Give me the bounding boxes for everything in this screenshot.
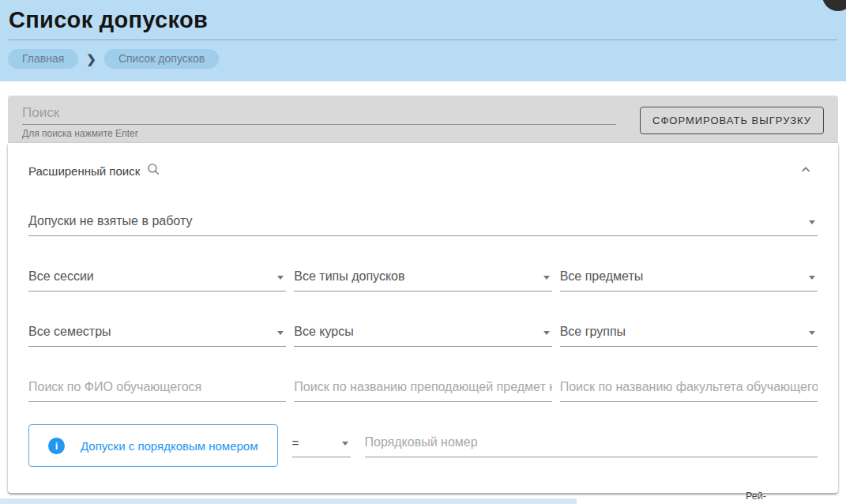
page-header: Список допусков Главная ❯ Список допуско… xyxy=(0,0,846,81)
export-button[interactable]: СФОРМИРОВАТЬ ВЫГРУЗКУ xyxy=(640,107,824,134)
groups-select[interactable]: Все группы xyxy=(560,325,818,347)
sessions-select[interactable]: Все сессии xyxy=(28,269,286,291)
dropdown-arrow-icon xyxy=(809,331,815,335)
dropdown-arrow-icon xyxy=(342,442,348,446)
operator-select[interactable]: = xyxy=(292,436,351,457)
dropdown-arrow-icon xyxy=(277,331,284,335)
breadcrumb-item-home[interactable]: Главная xyxy=(8,49,78,69)
dropdown-arrow-icon xyxy=(277,276,284,280)
status-filter-select[interactable]: Допуски не взятые в работу xyxy=(28,214,818,236)
department-name-input[interactable] xyxy=(294,380,551,402)
courses-select-value: Все курсы xyxy=(294,325,353,339)
ordinal-filter-button-label: Допуски с порядковым номером xyxy=(81,439,258,453)
admission-types-select[interactable]: Все типы допусков xyxy=(294,269,551,291)
advanced-search-card: Расширенный поиск Допуски не в xyxy=(8,143,838,493)
courses-select[interactable]: Все курсы xyxy=(294,325,551,347)
chevron-right-icon: ❯ xyxy=(86,52,96,66)
advanced-search-title: Расширенный поиск xyxy=(28,164,140,178)
ordinal-filter-row: i Допуски с порядковым номером = xyxy=(28,424,818,467)
ordinal-filter-button[interactable]: i Допуски с порядковым номером xyxy=(28,424,278,467)
dropdown-arrow-icon xyxy=(809,220,815,224)
status-filter-value: Допуски не взятые в работу xyxy=(28,214,192,228)
sessions-select-value: Все сессии xyxy=(28,269,94,284)
groups-select-value: Все группы xyxy=(560,325,626,339)
page-title: Список допусков xyxy=(0,0,846,33)
breadcrumb: Главная ❯ Список допусков xyxy=(0,40,846,69)
search-hint: Для поиска нажмите Enter xyxy=(22,128,619,139)
search-field-group: Для поиска нажмите Enter xyxy=(22,103,619,139)
ordinal-number-field xyxy=(365,435,818,457)
operator-select-value: = xyxy=(292,436,299,449)
advanced-search-header: Расширенный поиск xyxy=(28,162,818,179)
subjects-select-value: Все предметы xyxy=(560,269,644,284)
semesters-select[interactable]: Все семестры xyxy=(28,325,286,347)
dropdown-arrow-icon xyxy=(543,331,550,335)
info-icon: i xyxy=(48,438,65,454)
ordinal-number-input[interactable] xyxy=(365,435,818,457)
page: Список допусков Главная ❯ Список допуско… xyxy=(0,0,846,493)
semesters-select-value: Все семестры xyxy=(28,325,111,339)
text-filter-row xyxy=(28,380,818,402)
main-content: Для поиска нажмите Enter СФОРМИРОВАТЬ ВЫ… xyxy=(8,96,838,493)
subjects-select[interactable]: Все предметы xyxy=(560,269,818,291)
filter-row-1: Все сессии Все типы допусков Все предмет… xyxy=(28,269,818,291)
dropdown-arrow-icon xyxy=(543,276,550,280)
dropdown-arrow-icon xyxy=(809,276,815,280)
next-section-strip xyxy=(0,498,577,504)
search-panel: Для поиска нажмите Enter СФОРМИРОВАТЬ ВЫ… xyxy=(8,96,838,143)
student-name-input[interactable] xyxy=(28,380,286,402)
partial-column-label: Рей- xyxy=(746,491,766,502)
search-input[interactable] xyxy=(22,103,616,125)
search-icon xyxy=(146,162,161,179)
chevron-up-icon xyxy=(799,167,813,179)
collapse-panel-button[interactable] xyxy=(794,163,818,179)
faculty-name-input[interactable] xyxy=(560,380,818,402)
filter-row-2: Все семестры Все курсы Все группы xyxy=(28,325,818,347)
breadcrumb-item-current[interactable]: Список допусков xyxy=(104,49,219,69)
admission-types-select-value: Все типы допусков xyxy=(294,269,404,284)
